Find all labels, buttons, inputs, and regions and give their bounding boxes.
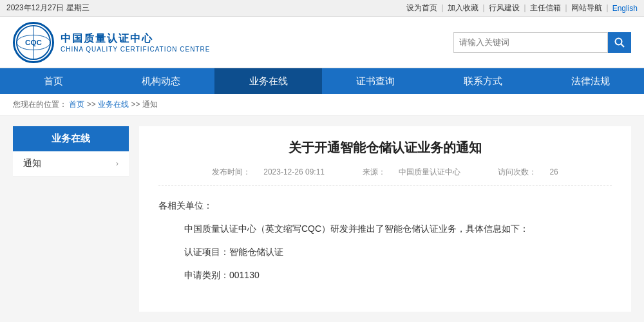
breadcrumb-current: 通知 bbox=[142, 100, 158, 109]
meta-spacer1 bbox=[339, 167, 347, 176]
publish-label: 发布时间： bbox=[212, 167, 251, 176]
top-bar-links: 设为首页 ｜ 加入收藏 ｜ 行风建设 ｜ 主任信箱 ｜ 网站导航 ｜ Engli… bbox=[406, 3, 638, 14]
link-style-building[interactable]: 行风建设 bbox=[489, 3, 520, 14]
item2-label: 申请类别： bbox=[184, 270, 229, 280]
link-director-mailbox[interactable]: 主任信箱 bbox=[530, 3, 561, 14]
top-bar: 2023年12月27日 星期三 设为首页 ｜ 加入收藏 ｜ 行风建设 ｜ 主任信… bbox=[0, 0, 644, 17]
link-site-nav[interactable]: 网站导航 bbox=[571, 3, 602, 14]
item2-value: 001130 bbox=[229, 270, 260, 280]
divider5: ｜ bbox=[602, 3, 612, 14]
article-body: 各相关单位： 中国质量认证中心（英文缩写CQC）研发并推出了智能仓储认证业务，具… bbox=[158, 196, 612, 284]
datetime: 2023年12月27日 星期三 bbox=[6, 3, 90, 14]
svg-point-4 bbox=[616, 38, 622, 44]
meta-spacer2 bbox=[475, 167, 483, 176]
visits-value: 26 bbox=[549, 167, 558, 176]
article-item2: 申请类别：001130 bbox=[184, 266, 612, 284]
nav-news[interactable]: 机构动态 bbox=[108, 68, 215, 94]
logo-en-name: CHINA QUALITY CERTIFICATION CENTRE bbox=[61, 46, 210, 53]
breadcrumb-sep1: >> bbox=[87, 100, 96, 109]
nav-home[interactable]: 首页 bbox=[0, 68, 108, 94]
sidebar-item-notice[interactable]: 通知 › bbox=[13, 151, 129, 176]
article-item1: 认证项目：智能仓储认证 bbox=[184, 243, 612, 261]
article-paragraph1: 中国质量认证中心（英文缩写CQC）研发并推出了智能仓储认证业务，具体信息如下： bbox=[184, 220, 612, 238]
nav-contact[interactable]: 联系方式 bbox=[430, 68, 537, 94]
content-area: 业务在线 通知 › 关于开通智能仓储认证业务的通知 发布时间：2023-12-2… bbox=[0, 116, 644, 322]
link-add-bookmark[interactable]: 加入收藏 bbox=[448, 3, 478, 14]
breadcrumb-prefix: 您现在的位置： bbox=[13, 100, 67, 109]
item1-label: 认证项目： bbox=[184, 247, 229, 257]
svg-line-5 bbox=[621, 44, 625, 47]
header: CQC 中国质量认证中心 CHINA QUALITY CERTIFICATION… bbox=[0, 17, 644, 68]
article-meta: 发布时间：2023-12-26 09:11 来源：中国质量认证中心 访问次数：2… bbox=[158, 167, 612, 186]
item1-value: 智能仓储认证 bbox=[229, 247, 283, 257]
logo-text: 中国质量认证中心 CHINA QUALITY CERTIFICATION CEN… bbox=[61, 32, 210, 53]
divider1: ｜ bbox=[437, 3, 448, 14]
svg-text:CQC: CQC bbox=[25, 37, 42, 46]
search-icon bbox=[614, 37, 625, 48]
divider2: ｜ bbox=[478, 3, 489, 14]
publish-time: 2023-12-26 09:11 bbox=[263, 167, 325, 176]
logo-icon: CQC bbox=[13, 22, 54, 63]
main-nav: 首页 机构动态 业务在线 证书查询 联系方式 法律法规 bbox=[0, 68, 644, 94]
logo-area: CQC 中国质量认证中心 CHINA QUALITY CERTIFICATION… bbox=[13, 22, 210, 63]
link-set-homepage[interactable]: 设为首页 bbox=[406, 3, 437, 14]
logo-cn-name: 中国质量认证中心 bbox=[61, 32, 210, 46]
article-greeting: 各相关单位： bbox=[158, 196, 612, 214]
search-input[interactable] bbox=[453, 32, 608, 53]
nav-certificate[interactable]: 证书查询 bbox=[322, 68, 430, 94]
search-button[interactable] bbox=[608, 32, 631, 53]
main-content: 关于开通智能仓储认证业务的通知 发布时间：2023-12-26 09:11 来源… bbox=[139, 126, 631, 312]
sidebar: 业务在线 通知 › bbox=[13, 126, 129, 312]
breadcrumb-sep2: >> bbox=[131, 100, 140, 109]
breadcrumb: 您现在的位置： 首页 >> 业务在线 >> 通知 bbox=[0, 94, 644, 116]
sidebar-title: 业务在线 bbox=[13, 126, 129, 151]
chevron-right-icon: › bbox=[116, 159, 118, 168]
divider4: ｜ bbox=[561, 3, 571, 14]
search-area bbox=[453, 32, 631, 53]
breadcrumb-home[interactable]: 首页 bbox=[69, 100, 84, 109]
article-title: 关于开通智能仓储认证业务的通知 bbox=[158, 139, 612, 156]
source-value: 中国质量认证中心 bbox=[399, 167, 460, 176]
logo-svg: CQC bbox=[14, 24, 53, 61]
link-english[interactable]: English bbox=[612, 4, 638, 13]
nav-business[interactable]: 业务在线 bbox=[214, 68, 322, 94]
nav-laws[interactable]: 法律法规 bbox=[536, 68, 644, 94]
breadcrumb-business[interactable]: 业务在线 bbox=[98, 100, 129, 109]
visits-label: 访问次数： bbox=[498, 167, 536, 176]
source-label: 来源： bbox=[363, 167, 386, 176]
sidebar-item-notice-label: 通知 bbox=[23, 158, 41, 169]
divider3: ｜ bbox=[520, 3, 530, 14]
